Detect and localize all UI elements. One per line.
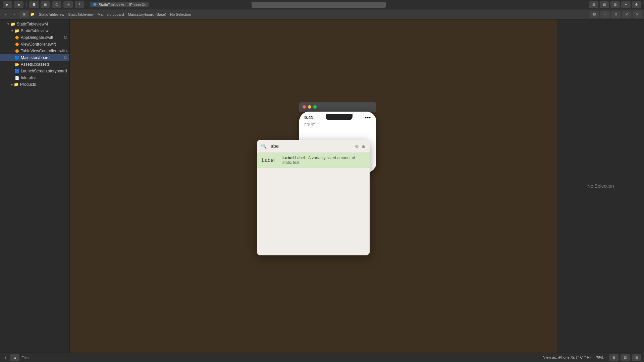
grid-view-button[interactable]: ⊞ (362, 143, 366, 149)
sidebar-item-appdelegate[interactable]: 🔶 AppDelegate.swift M (0, 34, 69, 41)
panel-center-toggle[interactable]: ⊡ (600, 1, 609, 8)
hierarchy-button[interactable]: ⊞ (41, 1, 50, 8)
badge-M: M (45, 22, 48, 26)
breadcrumb-item-1[interactable]: 📁 (30, 12, 35, 16)
search-icon: 🔍 (261, 143, 267, 149)
storyboard-icon: 🟦 (15, 56, 19, 60)
zoom-out-button[interactable]: − (593, 356, 595, 360)
forward-button[interactable]: › (11, 11, 18, 18)
fruit-header: FRUIT (299, 122, 376, 127)
breadcrumb-item-staticTableview2[interactable]: StaticTableview (68, 12, 94, 16)
badge-appdelegate: M (64, 36, 67, 40)
stop-button[interactable]: ■ (14, 1, 23, 8)
run-button[interactable]: ▶ (3, 1, 12, 8)
more-options[interactable]: ⊟ (632, 354, 641, 361)
navigator-toggle[interactable]: ☰ (29, 1, 39, 8)
sidebar-item-staticTableview-root[interactable]: ▼ 📁 StaticTableview M (0, 21, 69, 27)
main-layout: ▼ 📁 StaticTableview M ▼ 📁 StaticTablevie… (0, 19, 644, 353)
sidebar: ▼ 📁 StaticTableview M ▼ 📁 StaticTablevie… (0, 19, 70, 353)
iphone-notch (326, 114, 353, 120)
divider (26, 2, 26, 7)
component-search-input[interactable] (269, 143, 352, 149)
split-view-button[interactable]: ⧉ (611, 11, 621, 18)
breadcrumb: 📁 › StaticTableview › StaticTableview › … (30, 12, 191, 16)
sidebar-item-staticTableview-sub[interactable]: ▼ 📁 StaticTableview (0, 27, 69, 34)
filter-label: Filter (21, 356, 30, 360)
expand-arrow3: ▶ (11, 83, 13, 86)
breadcrumb-item-base[interactable]: Main.storyboard (Base) (128, 12, 166, 16)
close-editor-button[interactable]: ✕ (633, 11, 642, 18)
sidebar-item-main-storyboard[interactable]: 🟦 Main.storyboard M (0, 54, 69, 61)
launch-icon: 🟦 (15, 69, 19, 73)
sidebar-item-viewcontroller[interactable]: 🔶 ViewController.swift (0, 41, 69, 48)
breadcrumb-item-no-selection[interactable]: No Selection (170, 12, 191, 16)
back-button[interactable]: ‹ (2, 11, 9, 18)
sidebar-item-assets[interactable]: 📂 Assets.xcassets (0, 61, 69, 68)
sidebar-item-plist[interactable]: 📄 Info.plist (0, 74, 69, 81)
swift-icon2: 🔶 (15, 42, 19, 47)
add-editor-button[interactable]: + (600, 11, 610, 18)
breakpoint-button[interactable]: ⬡ (52, 1, 61, 8)
add-button[interactable]: + (3, 355, 8, 360)
dot-green[interactable] (313, 105, 317, 109)
filter-icon[interactable]: ⊿ (10, 354, 19, 361)
panel-right-toggle[interactable]: ⊠ (610, 1, 620, 8)
sidebar-label-appdelegate: AppDelegate.swift (21, 35, 53, 40)
iphone-status-bar: 9:41 ●●● (299, 112, 376, 122)
plist-icon: 📄 (15, 76, 19, 80)
swift-icon3: 🔶 (15, 49, 19, 53)
dot-yellow[interactable] (308, 105, 311, 109)
top-toolbar: ▶ ■ ☰ ⊞ ⬡ ◎ ⋮ 🔷 StaticTableview › iPhone… (0, 0, 644, 9)
bottom-bar-left: + ⊿ Filter (3, 354, 30, 361)
sidebar-label-main: Main.storyboard (21, 55, 50, 60)
divider2 (87, 2, 87, 7)
scheme-name: StaticTableview (99, 3, 124, 7)
breadcrumb-item-staticTableview[interactable]: StaticTableview (39, 12, 64, 16)
sidebar-label-assets: Assets.xcassets (21, 62, 50, 67)
scheme-selector[interactable]: 🔷 StaticTableview › iPhone Xs (90, 2, 149, 7)
top-search-bar[interactable] (252, 2, 386, 8)
second-toolbar-right: ⊟ + ⧉ ⤢ ✕ (590, 11, 642, 18)
badge-main: M (64, 56, 67, 60)
iphone-icons: ●●● (365, 116, 371, 119)
sidebar-item-products[interactable]: ▶ 📁 Products (0, 81, 69, 88)
breadcrumb-item-main[interactable]: Main.storyboard (98, 12, 124, 16)
iphone-time: 9:41 (305, 115, 313, 120)
sidebar-label-tvc: TableViewController.swift (21, 49, 65, 53)
sidebar-item-tableviewcontroller[interactable]: 🔶 TableViewController.swift A (0, 48, 69, 54)
right-panel: No Selection (557, 19, 644, 353)
device-name: iPhone Xs (129, 3, 146, 7)
window-bar (299, 102, 376, 112)
zoom-fit-button[interactable]: ⤢ (622, 11, 631, 18)
sidebar-label-launch: LaunchScreen.storyboard (21, 69, 67, 73)
zoom-in-button[interactable]: + (605, 356, 607, 360)
canvas-area[interactable]: 9:41 ●●● FRUIT Table View Static Content (70, 19, 557, 353)
swift-icon: 🔶 (15, 36, 19, 40)
badge-tvc: A (65, 49, 68, 53)
library-button[interactable]: + (621, 1, 631, 8)
assets-icon: 📂 (15, 62, 19, 67)
layout-options[interactable]: ⊞ (609, 354, 619, 361)
expand-arrow2: ▼ (11, 29, 14, 33)
filter-button[interactable]: ⋮ (75, 1, 84, 8)
result-preview: Label (262, 157, 278, 163)
scheme-icon: 🔷 (93, 2, 97, 7)
sidebar-item-launch[interactable]: 🟦 LaunchScreen.storyboard (0, 68, 69, 74)
location-button[interactable]: ◎ (63, 1, 73, 8)
sidebar-label-sub: StaticTableview (21, 28, 49, 33)
clear-button[interactable]: ⊗ (355, 143, 359, 149)
inspector-button[interactable]: ⊟ (590, 11, 599, 18)
settings-button[interactable]: ⚙ (632, 1, 641, 8)
view-options[interactable]: ⊡ (621, 354, 630, 361)
panel-left-toggle[interactable]: ⊟ (589, 1, 598, 8)
component-popup: 🔍 ⊗ ⊞ Label Label Label - A variably siz… (257, 140, 370, 255)
dot-red[interactable] (303, 105, 306, 109)
expand-arrow: ▼ (7, 22, 10, 26)
hierarchy-view-button[interactable]: ⊞ (19, 11, 29, 18)
no-selection-label: No Selection (587, 183, 614, 189)
result-name: Label (282, 155, 294, 160)
popup-empty-area (257, 168, 370, 255)
sidebar-label-staticTableview: StaticTableview (17, 22, 45, 26)
label-result-item[interactable]: Label Label Label - A variably sized amo… (257, 153, 370, 168)
bottom-bar: + ⊿ Filter View as: iPhone Xs (⌃C ⌃R) − … (0, 353, 644, 362)
